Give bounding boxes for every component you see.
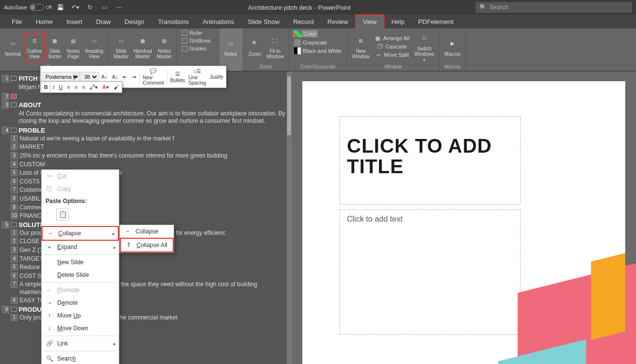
slide-canvas[interactable]: CLICK TO ADD TITLE Click to add text <box>302 81 625 364</box>
slide-icon <box>11 102 17 107</box>
bold-button[interactable]: B <box>42 83 50 91</box>
notes-master-button[interactable]: ▤Notes Master <box>155 33 174 60</box>
fit-icon: ⛶ <box>268 34 282 47</box>
notes-page-button[interactable]: ▤Notes Page <box>65 33 82 60</box>
reading-view-button[interactable]: ▭Reading View <box>83 33 105 60</box>
tab-design[interactable]: Design <box>118 15 151 28</box>
gridlines-checkbox[interactable]: Gridlines <box>180 37 212 44</box>
macros-button[interactable]: ▶Macros <box>443 36 463 58</box>
italic-button[interactable]: I <box>51 83 56 91</box>
format-painter-icon[interactable]: 🖌 <box>112 83 121 91</box>
ruler-checkbox[interactable]: Ruler <box>180 29 204 36</box>
cm-collapse[interactable]: −Collapse▸ <box>42 226 119 241</box>
arrange-all-button[interactable]: ▦Arrange All <box>372 34 411 42</box>
justify-button[interactable]: Justify <box>208 73 225 81</box>
outline-slide-4[interactable]: 4PROBLE <box>2 126 290 135</box>
tab-review[interactable]: Review <box>320 15 355 28</box>
title-placeholder[interactable]: CLICK TO ADD TITLE <box>340 116 521 205</box>
sorter-icon: ▦ <box>48 34 62 47</box>
sm-collapse[interactable]: −Collapse <box>120 225 174 238</box>
normal-view-button[interactable]: ▭Normal <box>3 36 23 58</box>
align-right-icon[interactable]: ≡ <box>80 83 87 91</box>
font-color-icon[interactable]: A▾ <box>100 83 111 91</box>
cm-move-down[interactable]: ↓Move Down <box>42 322 119 335</box>
underline-button[interactable]: U <box>57 83 65 91</box>
outline-slide-3[interactable]: 3ABOUT <box>2 101 290 109</box>
color-button[interactable]: Color <box>292 29 318 38</box>
decrease-font-icon[interactable]: A↓ <box>110 73 120 81</box>
tab-transitions[interactable]: Transitions <box>151 15 196 28</box>
paste-keep-text-icon[interactable]: 📋 <box>56 208 69 221</box>
cm-demote[interactable]: →Demote <box>42 296 119 309</box>
notes-button[interactable]: ▭Notes <box>222 36 240 58</box>
tab-insert[interactable]: Insert <box>60 15 90 28</box>
line-spacing-button[interactable]: ↕☰Line Spacing <box>187 67 207 87</box>
new-window-button[interactable]: ⊞New Window <box>350 33 372 60</box>
cut-icon: ✂ <box>45 172 53 180</box>
bw-button[interactable]: Black and White <box>292 47 343 55</box>
slide-canvas-pane[interactable]: CLICK TO ADD TITLE Click to add text <box>292 71 636 364</box>
autosave-control[interactable]: AutoSave Off <box>4 4 52 11</box>
zoom-button[interactable]: 🔍Zoom <box>246 36 264 58</box>
increase-font-icon[interactable]: A↑ <box>99 73 110 81</box>
move-split-button[interactable]: ⇿Move Split <box>372 51 411 59</box>
scroll-thumb[interactable] <box>287 76 291 135</box>
outline-scrollbar[interactable] <box>287 71 292 364</box>
search-box[interactable]: 🔍 Search <box>476 2 632 13</box>
slide-master-button[interactable]: ▭Slide Master <box>112 33 131 60</box>
cm-link[interactable]: 🔗Link▸ <box>42 337 119 350</box>
align-left-icon[interactable]: ≡ <box>65 83 72 91</box>
cm-search[interactable]: 🔍Search <box>42 352 119 364</box>
list-item[interactable]: 4CUSTOM <box>2 160 290 169</box>
tab-draw[interactable]: Draw <box>89 15 117 28</box>
autosave-toggle[interactable] <box>29 4 44 11</box>
align-center-icon[interactable]: ≡ <box>72 83 79 91</box>
list-item[interactable]: 1Natural ut we're seeing a lapse of avai… <box>2 135 290 143</box>
cascade-button[interactable]: ❐Cascade <box>372 43 411 50</box>
list-item[interactable]: 325% inc y emcient proves that there's c… <box>2 152 290 160</box>
fit-window-button[interactable]: ⛶Fit to Window <box>265 33 286 60</box>
tab-record[interactable]: Record <box>286 15 320 28</box>
highlight-icon[interactable]: 🖍▾ <box>88 83 100 91</box>
tab-view[interactable]: View <box>355 14 385 28</box>
outline-view-button[interactable]: ☰Outline View <box>23 32 45 61</box>
switch-windows-button[interactable]: ▭Switch Windows▾ <box>412 30 436 63</box>
copy-icon: ⿻ <box>45 185 53 193</box>
font-size-picker[interactable]: 38 <box>80 72 99 82</box>
new-comment-button[interactable]: 💬New Comment <box>141 67 165 87</box>
grayscale-button[interactable]: Grayscale <box>292 39 329 46</box>
cm-delete-slide[interactable]: Delete Slide <box>42 269 119 281</box>
save-icon[interactable]: 💾 <box>57 3 65 11</box>
group-label-macros: Macros <box>443 64 463 70</box>
cm-cut[interactable]: ✂CuCutt <box>42 170 119 182</box>
tab-home[interactable]: Home <box>29 15 60 28</box>
indent-right-icon[interactable]: ⇥ <box>130 73 138 81</box>
undo-icon[interactable]: ↶▾ <box>71 3 79 11</box>
cm-move-up[interactable]: ↑Move Up <box>42 309 119 322</box>
outline-slide-2[interactable]: 2 <box>2 92 290 101</box>
indent-left-icon[interactable]: ⇤ <box>121 73 129 81</box>
tab-file[interactable]: File <box>5 15 29 28</box>
cm-promote[interactable]: ←Promote <box>42 284 119 296</box>
present-icon[interactable]: ▭ <box>101 3 109 11</box>
sm-collapse-all[interactable]: ⤒Collapse All <box>120 238 174 252</box>
slide-sorter-button[interactable]: ▦Slide Sorter <box>46 33 64 60</box>
outline-pane[interactable]: 1PITCH D Mirjam N 2 3ABOUT At Conto spec… <box>0 71 292 364</box>
guides-checkbox[interactable]: Guides <box>180 45 208 52</box>
customize-qa-icon[interactable]: ⋯ <box>115 3 123 11</box>
tab-pdfelement[interactable]: PDFelement <box>411 15 460 28</box>
group-macros: ▶Macros Macros <box>440 28 466 71</box>
tab-animations[interactable]: Animations <box>196 15 241 28</box>
bullets-icon: ☰ <box>175 71 180 77</box>
cm-expand[interactable]: ＋Expand▸ <box>42 241 119 253</box>
bullets-button[interactable]: ☰Bullets <box>169 70 186 84</box>
font-picker[interactable]: Posterama (H <box>42 72 80 82</box>
redo-icon[interactable]: ↻ <box>86 3 94 11</box>
cm-new-slide[interactable]: New Slide <box>42 256 119 269</box>
handout-master-button[interactable]: ▦Handout Master <box>132 33 154 60</box>
tab-help[interactable]: Help <box>385 15 411 28</box>
list-item[interactable]: 2MARKET <box>2 143 290 152</box>
tab-slideshow[interactable]: Slide Show <box>241 15 286 28</box>
group-label-zoom: Zoom <box>246 64 286 70</box>
cm-copy[interactable]: ⿻Copy <box>42 182 119 195</box>
